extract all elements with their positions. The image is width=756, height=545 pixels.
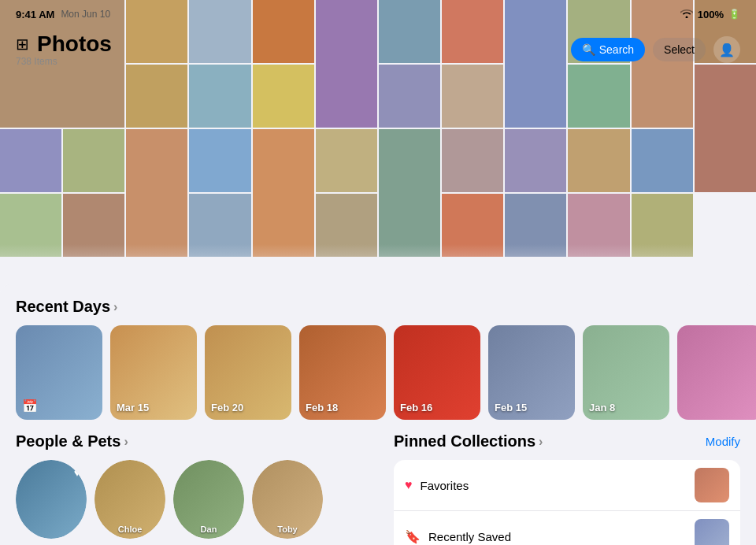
page-title: Photos: [37, 32, 112, 57]
photo-cell[interactable]: [63, 194, 124, 257]
modify-button[interactable]: Modify: [706, 435, 740, 448]
photo-cell[interactable]: [568, 129, 629, 192]
photo-cell[interactable]: [505, 129, 566, 192]
search-label: Search: [599, 43, 634, 56]
photo-cell[interactable]: [442, 129, 503, 192]
person-card-3[interactable]: Toby: [252, 460, 323, 539]
people-scroll[interactable]: ♥ Chloe Dan Toby: [0, 460, 378, 545]
favorite-heart-icon: ♥: [74, 466, 80, 479]
recently-saved-label: Recently Saved: [428, 530, 695, 543]
recent-days-title[interactable]: Recent Days ›: [16, 298, 117, 316]
pinned-collections-title[interactable]: Pinned Collections ›: [394, 432, 543, 450]
search-button[interactable]: 🔍 Search: [571, 38, 645, 61]
status-time: 9:41 AM: [16, 9, 54, 20]
day-card-label-2: Feb 20: [211, 402, 243, 413]
people-pets-chevron: ›: [124, 435, 128, 449]
calendar-icon: 📅: [22, 399, 38, 413]
day-card-6[interactable]: Jan 8: [583, 325, 669, 420]
people-pets-section: People & Pets › ♥ Chloe: [0, 432, 378, 545]
pinned-collections-section: Pinned Collections › Modify ♥ Favorites …: [378, 432, 756, 545]
sidebar-toggle-icon[interactable]: ⊞: [16, 35, 29, 54]
status-right-area: 100% 🔋: [680, 9, 740, 20]
person-card-2[interactable]: Dan: [173, 460, 244, 539]
person-card-0[interactable]: ♥: [16, 460, 87, 539]
person-label-3: Toby: [252, 525, 323, 534]
pinned-item-recently-saved[interactable]: 🔖 Recently Saved: [394, 511, 740, 545]
pinned-item-favorites[interactable]: ♥ Favorites: [394, 460, 740, 511]
photo-cell[interactable]: [189, 194, 250, 257]
day-card-5[interactable]: Feb 15: [488, 325, 575, 420]
select-label: Select: [664, 43, 695, 56]
photo-cell[interactable]: [316, 129, 377, 192]
photo-cell[interactable]: [379, 129, 440, 257]
photo-cell[interactable]: [568, 65, 629, 128]
day-card-0[interactable]: 📅: [16, 325, 102, 420]
photo-grid-area: ⊞ Photos 738 Items 🔍 Search Select 👤: [0, 0, 756, 291]
status-bar: 9:41 AM Mon Jun 10 100% 🔋: [0, 0, 756, 28]
bookmark-icon: 🔖: [405, 529, 421, 544]
pinned-collections-header: Pinned Collections › Modify: [378, 432, 756, 450]
favorites-heart-icon: ♥: [405, 478, 413, 492]
header-buttons: 🔍 Search Select 👤: [571, 36, 740, 63]
select-button[interactable]: Select: [653, 38, 706, 61]
favorites-label: Favorites: [421, 479, 695, 492]
search-icon: 🔍: [582, 43, 595, 56]
person-label-1: Chloe: [94, 525, 165, 534]
profile-avatar[interactable]: 👤: [713, 36, 740, 63]
photo-cell[interactable]: [695, 65, 756, 192]
photo-cell[interactable]: [632, 194, 693, 257]
photo-cell[interactable]: [442, 194, 503, 257]
recent-days-header: Recent Days ›: [0, 298, 756, 316]
photo-cell[interactable]: [442, 65, 503, 128]
day-card-4[interactable]: Feb 16: [394, 325, 480, 420]
person-card-1[interactable]: Chloe: [94, 460, 165, 539]
photo-cell[interactable]: [0, 194, 61, 257]
people-pets-header: People & Pets ›: [0, 432, 378, 450]
photo-cell[interactable]: [632, 129, 693, 192]
battery-text: 100%: [698, 9, 724, 20]
photo-cell[interactable]: [568, 194, 629, 257]
day-card-label-4: Feb 16: [400, 402, 432, 413]
day-card-2[interactable]: Feb 20: [205, 325, 291, 420]
recent-days-section: Recent Days › 📅 Mar 15 Feb 20: [0, 298, 756, 432]
main-content[interactable]: ⊞ Photos 738 Items 🔍 Search Select 👤: [0, 0, 756, 545]
photo-cell[interactable]: [189, 129, 250, 192]
wifi-icon: [680, 9, 693, 20]
photo-cell[interactable]: [253, 129, 314, 257]
photo-cell[interactable]: [316, 194, 377, 257]
battery-icon: 🔋: [728, 9, 740, 20]
photo-cell[interactable]: [0, 129, 61, 192]
recent-days-chevron: ›: [113, 300, 117, 314]
person-label-2: Dan: [173, 525, 244, 534]
day-card-7[interactable]: [677, 325, 756, 420]
photo-cell[interactable]: [63, 129, 124, 192]
photo-cell[interactable]: [253, 65, 314, 128]
pinned-chevron: ›: [539, 435, 543, 449]
header: ⊞ Photos 738 Items 🔍 Search Select 👤: [0, 28, 756, 71]
day-card-label-3: Feb 18: [306, 402, 338, 413]
day-card-label-5: Feb 15: [495, 402, 527, 413]
photo-cell[interactable]: [126, 129, 187, 257]
day-card-label-6: Jan 8: [589, 402, 615, 413]
status-date: Mon Jun 10: [61, 9, 110, 20]
favorites-thumbnail: [695, 468, 729, 502]
pinned-collections-list: ♥ Favorites 🔖 Recently Saved: [394, 460, 740, 545]
day-card-1[interactable]: Mar 15: [110, 325, 197, 420]
day-card-3[interactable]: Feb 18: [299, 325, 386, 420]
sections-area: Recent Days › 📅 Mar 15 Feb 20: [0, 284, 756, 545]
bottom-sections: People & Pets › ♥ Chloe: [0, 432, 756, 545]
recent-days-scroll[interactable]: 📅 Mar 15 Feb 20 Feb 18: [0, 325, 756, 432]
photo-cell[interactable]: [379, 65, 440, 128]
photo-count: 738 Items: [16, 56, 112, 67]
day-card-label-1: Mar 15: [117, 402, 149, 413]
photo-cell[interactable]: [505, 194, 566, 257]
photo-cell[interactable]: [189, 65, 250, 128]
header-left: ⊞ Photos 738 Items: [16, 32, 112, 68]
photo-cell[interactable]: [126, 65, 187, 128]
recently-saved-thumbnail: [695, 519, 729, 545]
people-pets-title[interactable]: People & Pets ›: [16, 432, 128, 450]
